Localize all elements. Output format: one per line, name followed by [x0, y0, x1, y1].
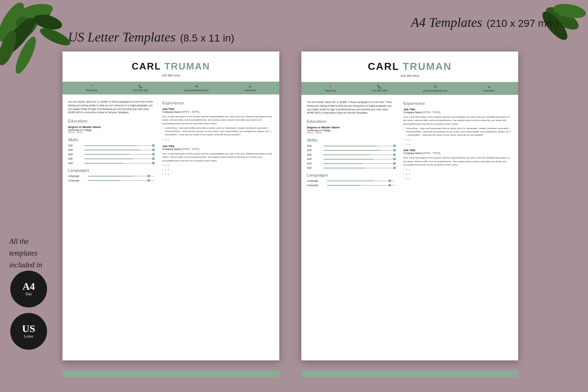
a4-badge-sub: Din [26, 292, 32, 296]
a4-label: A4 Templates [411, 15, 482, 30]
skill-bar-1 [85, 145, 154, 146]
a4-skill-fill-5 [323, 163, 362, 164]
a4-lang-dot-1 [388, 179, 391, 182]
skill-row-5: Skill [68, 162, 154, 164]
first-name-a4: CARL [368, 61, 399, 72]
email-text: yourname@mail.com [184, 89, 209, 92]
a4-skill-bar-5 [323, 163, 395, 164]
job1-title-us: Job Title [162, 107, 274, 111]
a4-lang-bar-1 [327, 181, 395, 181]
skill-name-4: Skill [68, 157, 83, 160]
skill-name-3: Skill [68, 153, 83, 156]
job2-company-us: Company Name (YYYY - YYYY) [162, 148, 274, 150]
sidebar-description: All the templates included in [9, 235, 42, 271]
a4-skill-name-2: Skill [307, 149, 322, 152]
email-icon: ✉ [195, 85, 198, 88]
email-text-a4: yourname@mail.com [423, 89, 448, 92]
right-column-us: Experience Job Title Company Name (YYYY … [158, 95, 279, 187]
skill-fill-3 [85, 154, 129, 155]
a4-job2-title: Job Title [404, 149, 513, 152]
us-bottom-bar [62, 370, 279, 377]
skill-fill-2 [85, 150, 140, 150]
a4-bottom-bar [301, 370, 518, 377]
lang-row-1: Language [68, 175, 154, 177]
a4-lang-fill-2 [327, 185, 361, 186]
skills-title-a4: Skills [307, 138, 395, 142]
about-text-a4: You can include "about me" or "profile" … [307, 100, 395, 115]
linkedin-text-a4: username [483, 89, 495, 92]
right-column-a4: Experience Job Title Company Name (YYYY … [399, 95, 519, 192]
education-title-us: Education [68, 119, 154, 123]
a4-badge: A4 Din [10, 271, 47, 307]
a4-skill-fill-3 [323, 154, 370, 155]
left-column-us: You can include "about me" or "profile" … [62, 95, 158, 187]
us-letter-size: (8.5 x 11 in) [180, 32, 234, 44]
edu-year-us: YYYY - YYYY [68, 131, 154, 134]
skill-bar-3 [85, 154, 154, 155]
skill-bar-2 [85, 150, 154, 150]
linkedin-contact: in username [244, 85, 256, 92]
a4-skill-bar-6 [323, 168, 395, 168]
lang-bar-2 [88, 180, 154, 181]
a4-skill-name-4: Skill [307, 158, 322, 160]
a4-skill-fill-6 [323, 168, 366, 168]
a4-skill-bar-3 [323, 154, 395, 155]
a4-skill-fill-1 [323, 146, 377, 146]
a4-resume: CARL TRUMAN Job title here 📍 Town/City 📞… [301, 51, 518, 360]
skill-dot-4 [152, 157, 155, 160]
a4-job2-bullet3: (…) [404, 177, 513, 180]
resume-body-us: You can include "about me" or "profile" … [62, 95, 279, 187]
location-text-a4: Town/City [325, 89, 336, 92]
skill-dot-1 [152, 144, 155, 147]
a4-skill-dot-1 [393, 145, 396, 147]
us-letter-resume: CARL TRUMAN Job title here 📍 Town/City 📞… [62, 51, 279, 360]
email-icon-a4: ✉ [434, 85, 437, 89]
resume-header-a4: CARL TRUMAN Job title here [301, 51, 518, 78]
location-icon-a4: 📍 [328, 85, 332, 89]
phone-text-a4: 123.456.7891 [372, 89, 387, 92]
a4-skill-dot-4 [393, 158, 396, 160]
a4-skill-bar-4 [323, 159, 395, 160]
skill-fill-5 [85, 163, 122, 164]
lang-name-2: Language [68, 179, 86, 182]
skill-row-3: Skill [68, 153, 154, 156]
phone-contact-a4: 📞 123.456.7891 [372, 85, 387, 92]
a4-lang-bar-2 [327, 185, 395, 186]
resume-header-us: CARL TRUMAN Job title here [62, 51, 279, 77]
us-letter-label: US Letter Templates [68, 30, 176, 44]
skill-bar-5 [85, 163, 154, 164]
job-title-a4: Job title here [309, 74, 511, 78]
job2-bullet3-us: (…) [162, 172, 274, 176]
skill-dot-3 [152, 153, 155, 156]
last-name-a4: TRUMAN [403, 61, 452, 72]
location-text: Town/City [86, 89, 97, 92]
job2-title-us: Job Title [162, 145, 274, 148]
education-title-a4: Education [307, 119, 395, 124]
a4-lang-name-1: Language [307, 179, 325, 182]
skill-row-2: Skill [68, 149, 154, 151]
a4-job1-bullet2: (…) [404, 138, 513, 141]
job2-bullet1-us: (…) [162, 163, 274, 167]
linkedin-contact-a4: in username [483, 85, 495, 92]
job1-desc-us: First, a brief description of the positi… [162, 115, 274, 125]
lang-dot-2 [147, 179, 150, 182]
a4-skill-fill-2 [323, 150, 380, 151]
a4-skill-row-2: Skill [307, 149, 395, 152]
a4-job1-title: Job Title [404, 108, 513, 111]
job1-bullet1-us: Action/How – start each bullet point wit… [162, 126, 274, 136]
a4-skill-fill-4 [323, 159, 373, 160]
a4-job2-container: Job Title Company Name (YYYY - YYYY) Fir… [404, 149, 513, 180]
a4-lang-fill-1 [327, 181, 374, 181]
skill-row-1: Skill [68, 144, 154, 147]
job-title-us: Job title here [70, 74, 272, 77]
resume-name-a4: CARL TRUMAN [309, 61, 511, 72]
exp-title-a4: Experience [404, 101, 513, 106]
a4-skill-dot-6 [393, 167, 396, 169]
a4-skill-name-5: Skill [307, 162, 322, 165]
sidebar-text-line2: templates [9, 247, 42, 259]
phone-text: 123.456.7891 [133, 89, 148, 92]
a4-job1-bullet3: (…) [404, 142, 513, 146]
skill-bar-4 [85, 158, 154, 159]
last-name-us: TRUMAN [164, 61, 210, 72]
a4-skill-bar-1 [323, 146, 395, 146]
